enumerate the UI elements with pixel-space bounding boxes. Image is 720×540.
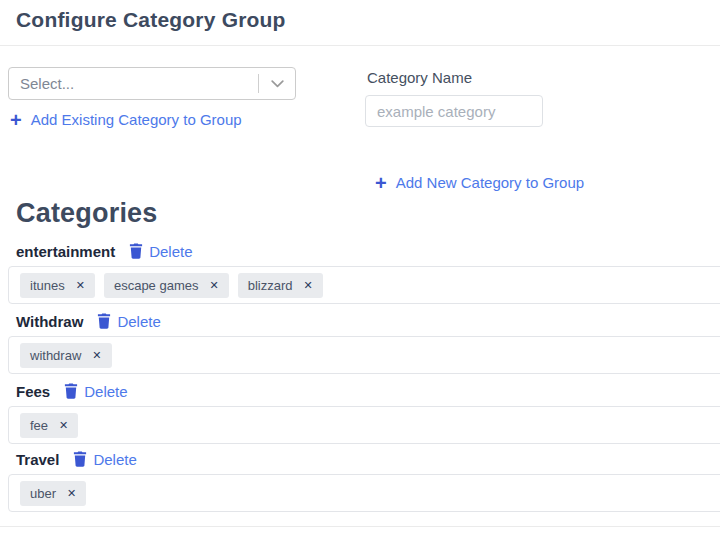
tag-chip: uber ✕ (20, 481, 86, 506)
plus-icon: + (10, 113, 22, 127)
category-tags-container: withdraw ✕ (8, 336, 720, 374)
existing-category-select[interactable]: Select... (8, 67, 296, 100)
tag-chip: withdraw ✕ (20, 343, 112, 368)
category-name: Travel (16, 451, 59, 468)
remove-tag-icon[interactable]: ✕ (76, 280, 85, 291)
remove-tag-icon[interactable]: ✕ (92, 350, 101, 361)
add-new-category-label: Add New Category to Group (396, 174, 584, 191)
category-section: Fees Delete fee ✕ (0, 380, 720, 444)
category-tags-container: uber ✕ (8, 474, 720, 512)
category-section: entertainment Delete itunes ✕ escape gam… (0, 240, 720, 304)
category-tags-container: itunes ✕ escape games ✕ blizzard ✕ (8, 266, 720, 304)
delete-label: Delete (117, 313, 160, 330)
tag-chip: escape games ✕ (104, 273, 229, 298)
delete-label: Delete (84, 383, 127, 400)
remove-tag-icon[interactable]: ✕ (209, 280, 218, 291)
delete-category-button[interactable]: Delete (129, 243, 192, 260)
remove-tag-icon[interactable]: ✕ (67, 488, 76, 499)
chevron-down-icon[interactable] (259, 80, 295, 88)
remove-tag-icon[interactable]: ✕ (304, 280, 313, 291)
category-name: Withdraw (16, 313, 83, 330)
tag-label: itunes (30, 278, 65, 293)
category-name-input[interactable] (365, 95, 543, 127)
add-new-category-button[interactable]: + Add New Category to Group (375, 174, 584, 191)
select-placeholder-text: Select... (9, 75, 258, 92)
add-existing-category-button[interactable]: + Add Existing Category to Group (10, 111, 242, 128)
categories-heading: Categories (16, 198, 158, 229)
tag-label: withdraw (30, 348, 81, 363)
delete-label: Delete (93, 451, 136, 468)
plus-icon: + (375, 176, 387, 190)
category-tags-container: fee ✕ (8, 406, 720, 444)
trash-icon (73, 451, 87, 467)
tag-label: blizzard (248, 278, 293, 293)
tag-chip: blizzard ✕ (238, 273, 323, 298)
category-name: entertainment (16, 243, 115, 260)
tag-label: escape games (114, 278, 199, 293)
category-section: Withdraw Delete withdraw ✕ (0, 310, 720, 374)
category-name-label: Category Name (367, 69, 472, 86)
delete-category-button[interactable]: Delete (73, 451, 136, 468)
configure-category-group-page: Configure Category Group Select... + Add… (0, 0, 720, 540)
footer-divider (0, 526, 720, 527)
tag-label: uber (30, 486, 56, 501)
trash-icon (64, 383, 78, 399)
delete-label: Delete (149, 243, 192, 260)
page-title: Configure Category Group (16, 8, 286, 32)
trash-icon (129, 243, 143, 259)
delete-category-button[interactable]: Delete (97, 313, 160, 330)
delete-category-button[interactable]: Delete (64, 383, 127, 400)
header-divider (0, 45, 720, 46)
category-section: Travel Delete uber ✕ (0, 448, 720, 512)
tag-chip: fee ✕ (20, 413, 78, 438)
remove-tag-icon[interactable]: ✕ (59, 420, 68, 431)
category-name: Fees (16, 383, 50, 400)
trash-icon (97, 313, 111, 329)
tag-chip: itunes ✕ (20, 273, 95, 298)
tag-label: fee (30, 418, 48, 433)
add-existing-category-label: Add Existing Category to Group (31, 111, 242, 128)
